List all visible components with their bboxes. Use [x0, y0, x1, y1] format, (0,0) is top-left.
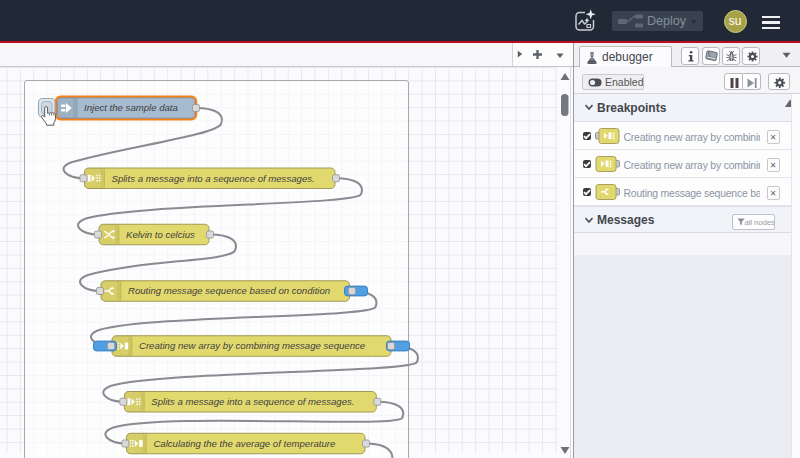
svg-text:Inject the sample data: Inject the sample data [84, 102, 178, 113]
svg-text:Kelvin to celcius: Kelvin to celcius [126, 229, 195, 240]
svg-text:Routing message sequence based: Routing message sequence based on condit… [128, 285, 330, 296]
svg-text:Splits a message into a sequen: Splits a message into a sequence of mess… [151, 396, 354, 407]
svg-text:Calculating the the average of: Calculating the the average of temperatu… [153, 438, 335, 449]
svg-text:Splits a message into a sequen: Splits a message into a sequence of mess… [112, 173, 315, 184]
svg-text:Creating new array by combinin: Creating new array by combining message … [139, 340, 365, 351]
